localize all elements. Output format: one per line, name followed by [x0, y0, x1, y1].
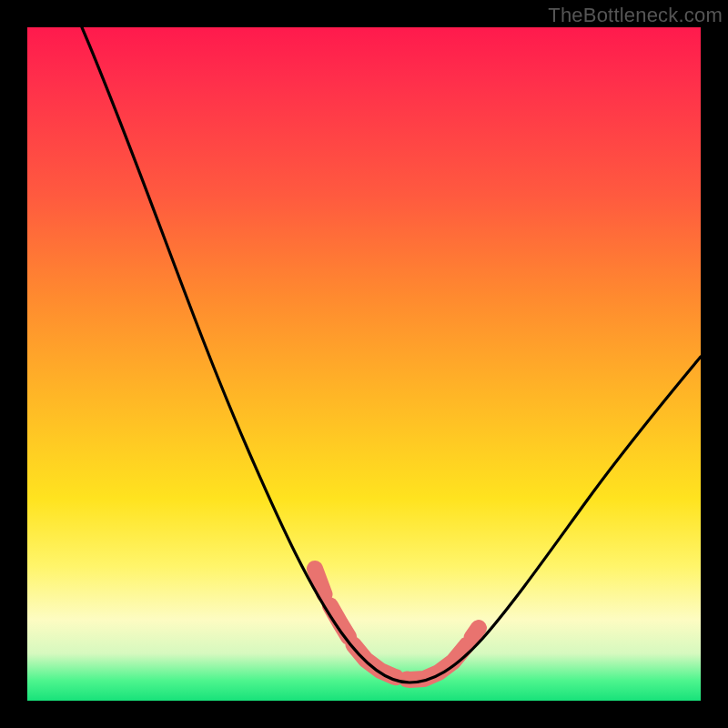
bottleneck-curve-path	[82, 27, 701, 682]
bottleneck-curve-svg	[27, 27, 701, 701]
bottleneck-highlight-path	[315, 569, 479, 680]
chart-frame: TheBottleneck.com	[0, 0, 728, 728]
chart-plot-area	[27, 27, 701, 701]
watermark-text: TheBottleneck.com	[548, 4, 723, 27]
